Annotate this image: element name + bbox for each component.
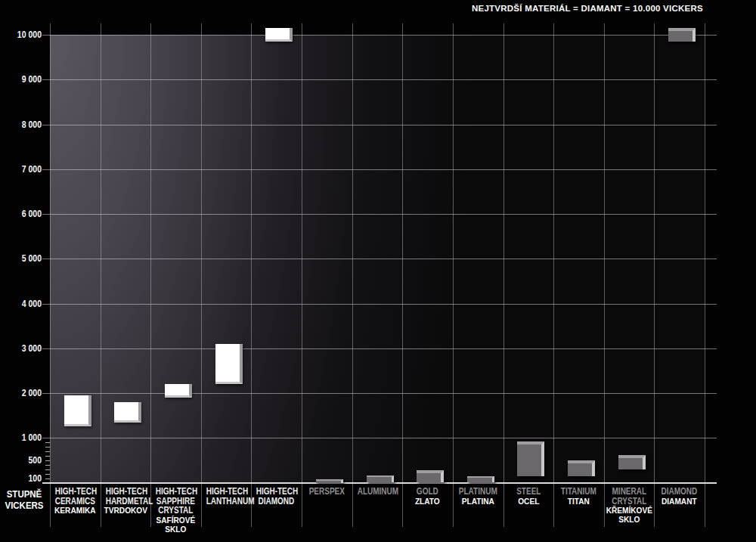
grid-vertical-line: [654, 23, 655, 527]
material-name-cz: OCEL: [505, 497, 551, 506]
material-name-cz: KŘEMÍKOVÉ: [606, 506, 652, 515]
grid-vertical-line: [302, 23, 302, 527]
material-name-en: PLATINUM: [458, 487, 498, 497]
x-axis-label-hightech-sapphire: HIGH-TECHSAPPHIRECRYSTALSAFÍROVÉSKLO: [150, 487, 201, 534]
chart-title: NEJTVRDŠÍ MATERIÁL = DIAMANT = 10.000 VI…: [472, 4, 703, 13]
grid-vertical-line: [150, 23, 151, 527]
grid-vertical-line: [453, 23, 454, 527]
material-name-cz: DIAMANT: [656, 497, 702, 506]
grid-vertical-line: [352, 23, 353, 527]
grid-horizontal-line: [42, 35, 717, 36]
x-axis-label-aluminum: ALUMINUM: [352, 487, 403, 497]
grid-horizontal-line: [42, 169, 717, 170]
bar-hightech-diamond: [265, 28, 293, 42]
bar-mineral-crystal: [618, 455, 646, 469]
material-name-en: ALUMINUM: [357, 487, 397, 497]
y-axis-tick-label: 6 000: [9, 209, 42, 219]
grid-vertical-line: [705, 23, 705, 527]
y-axis-minor-tick: [45, 456, 50, 457]
y-axis-tick-label: 500: [9, 455, 42, 466]
grid-horizontal-line: [42, 214, 717, 215]
grid-horizontal-line: [42, 259, 717, 259]
material-name-cz: SKLO: [606, 515, 652, 524]
y-axis-minor-tick: [45, 447, 50, 448]
bar-steel: [517, 441, 544, 476]
y-axis-minor-tick: [45, 442, 50, 443]
x-axis-label-titanium: TITANIUMTITAN: [553, 487, 604, 506]
material-name-cz: TVRDOKOV: [102, 506, 148, 515]
grid-vertical-line: [50, 23, 51, 527]
material-name-en: CRYSTAL: [609, 497, 649, 506]
material-name-cz: SAFÍROVÉ: [153, 516, 199, 525]
y-axis-minor-tick: [45, 479, 50, 479]
y-axis-title-line1: STUPNĚ: [4, 488, 45, 500]
material-name-en: CRYSTAL: [156, 506, 196, 516]
grid-vertical-line: [201, 23, 202, 527]
x-axis-label-steel: STEELOCEL: [503, 487, 554, 506]
material-name-en: DIAMOND: [256, 497, 296, 506]
x-axis-label-mineral-crystal: MINERALCRYSTALKŘEMÍKOVÉSKLO: [604, 487, 655, 524]
material-name-cz: KERAMIKA: [52, 506, 98, 515]
grid-vertical-line: [503, 23, 504, 527]
y-axis-tick-label: 2 000: [9, 388, 42, 398]
y-axis-minor-tick: [45, 451, 50, 452]
material-name-cz: SKLO: [153, 525, 199, 534]
material-name-en: LANTHANUM: [206, 497, 246, 506]
y-axis-tick-label: 1 000: [9, 432, 42, 443]
bar-aluminum: [367, 475, 394, 482]
x-axis-label-gold: GOLDZLATO: [402, 487, 453, 506]
grid-horizontal-line: [42, 79, 717, 80]
y-axis-tick-label: 3 000: [9, 343, 42, 354]
y-axis-tick-label: 100: [9, 473, 42, 484]
x-axis-label-hightech-ceramics: HIGH-TECHCERAMICSKERAMIKA: [50, 487, 101, 515]
grid-horizontal-line: [42, 304, 717, 305]
bar-perspex: [316, 479, 343, 483]
material-name-cz: ZLATO: [404, 497, 451, 506]
grid-vertical-line: [402, 23, 403, 527]
y-axis-tick-label: 8 000: [9, 119, 42, 130]
bar-titanium: [568, 460, 595, 476]
y-axis-tick-label: 7 000: [9, 164, 42, 175]
x-axis-label-diamond: DIAMONDDIAMANT: [654, 487, 705, 506]
grid-horizontal-line: [42, 393, 717, 394]
y-axis-minor-tick: [45, 474, 50, 475]
material-name-en: TITANIUM: [559, 487, 599, 497]
material-name-cz: TITAN: [556, 497, 602, 506]
grid-vertical-line: [604, 23, 605, 527]
grid-vertical-line: [101, 23, 101, 527]
x-axis-label-hightech-lanthanum: HIGH-TECHLANTHANUM: [201, 487, 252, 506]
vickers-hardness-chart: NEJTVRDŠÍ MATERIÁL = DIAMANT = 10.000 VI…: [0, 0, 756, 542]
y-axis-title: STUPNĚ VICKERS: [0, 488, 48, 511]
bar-diamond: [668, 28, 696, 42]
grid-vertical-line: [251, 23, 252, 527]
grid-horizontal-line: [42, 348, 717, 349]
bar-platinum: [467, 476, 494, 482]
y-axis-title-line2: VICKERS: [4, 500, 45, 511]
x-axis-label-hightech-diamond: HIGH-TECHDIAMOND: [251, 487, 302, 506]
grid-horizontal-line: [42, 438, 717, 438]
grid-horizontal-line: [42, 125, 717, 125]
bar-hightech-sapphire: [165, 384, 192, 398]
bar-hightech-hardmetal: [114, 402, 141, 423]
material-name-en: HARDMETAL: [105, 497, 145, 506]
grid-vertical-line: [553, 23, 554, 527]
y-axis-tick-label: 9 000: [9, 74, 42, 85]
x-axis-label-hightech-hardmetal: HIGH-TECHHARDMETALTVRDOKOV: [101, 487, 151, 515]
material-name-en: GOLD: [407, 487, 448, 497]
material-name-cz: PLATINA: [455, 497, 501, 506]
bar-hightech-lanthanum: [215, 344, 243, 384]
y-axis-minor-tick: [45, 465, 50, 466]
bar-hightech-ceramics: [64, 395, 91, 426]
material-name-en: DIAMOND: [659, 487, 699, 497]
y-axis-minor-tick: [45, 460, 50, 461]
x-axis-label-perspex: PERSPEX: [302, 487, 352, 497]
material-name-en: PERSPEX: [307, 487, 347, 497]
y-axis-tick-label: 5 000: [9, 253, 42, 264]
material-name-en: STEEL: [508, 487, 548, 497]
y-axis-tick-label: 10 000: [9, 29, 42, 40]
y-axis-minor-tick: [45, 469, 50, 470]
bar-gold: [417, 470, 444, 483]
material-name-en: CERAMICS: [55, 497, 95, 506]
y-axis-tick-label: 4 000: [9, 299, 42, 309]
x-axis-label-platinum: PLATINUMPLATINA: [453, 487, 503, 506]
